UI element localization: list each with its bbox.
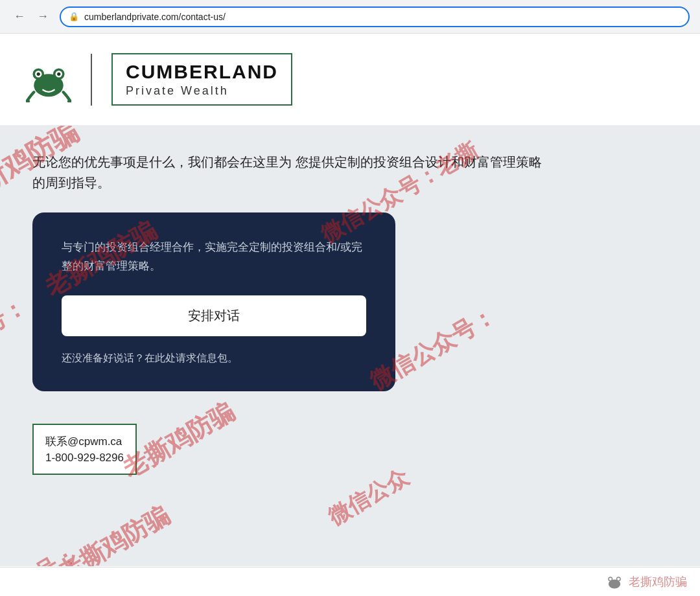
main-section: 斯鸡防骗 老撕鸡防骗 微信公众号：老撕 微信公众号： 老撕鸡防骗 号： 微信公众…	[0, 126, 700, 566]
service-card: 与专门的投资组合经理合作，实施完全定制的投资组合和/或完整的财富管理策略。 安排…	[32, 212, 395, 391]
svg-point-6	[37, 72, 40, 75]
logo-text-block: CUMBERLAND Private Wealth	[111, 53, 292, 106]
watermark-8: 老撕鸡防骗	[52, 499, 175, 566]
arrange-dialog-button[interactable]: 安排对话	[62, 295, 366, 336]
back-button[interactable]: ←	[10, 8, 29, 26]
forward-icon: →	[37, 10, 49, 23]
address-bar[interactable]: 🔒 cumberlandprivate.com/contact-us/	[60, 6, 690, 27]
not-ready-text: 还没准备好说话？在此处请求信息包。	[62, 352, 366, 365]
nav-buttons: ← →	[10, 8, 52, 26]
lock-icon: 🔒	[69, 12, 79, 21]
svg-point-14	[617, 578, 620, 580]
svg-point-7	[57, 72, 60, 75]
url-path: /contact-us/	[179, 12, 226, 22]
bottom-frog-icon	[605, 573, 624, 591]
url-text: cumberlandprivate.com/contact-us/	[84, 12, 226, 22]
watermark-9: 公众号：	[0, 540, 83, 566]
intro-text: 无论您的优先事项是什么，我们都会在这里为 您提供定制的投资组合设计和财富管理策略…	[32, 152, 551, 193]
forward-button[interactable]: →	[34, 8, 52, 26]
bottom-bar: 老撕鸡防骗	[0, 567, 700, 596]
back-icon: ←	[14, 10, 25, 23]
brand-name: CUMBERLAND	[126, 61, 278, 83]
logo-divider	[91, 54, 92, 106]
page-content: CUMBERLAND Private Wealth 斯鸡防骗 老撕鸡防骗 微信公…	[0, 34, 700, 566]
frog-logo	[26, 57, 71, 102]
watermark-6: 号：	[0, 291, 32, 341]
contact-phone: 1-800-929-8296	[45, 452, 124, 464]
watermark-7: 微信公众	[323, 462, 414, 532]
contact-box: 联系@cpwm.ca 1-800-929-8296	[32, 424, 137, 475]
contact-email: 联系@cpwm.ca	[45, 434, 124, 449]
bottom-watermark-text: 老撕鸡防骗	[629, 574, 687, 590]
url-domain: cumberlandprivate.com	[84, 12, 179, 22]
brand-subtitle: Private Wealth	[126, 84, 278, 98]
site-header: CUMBERLAND Private Wealth	[0, 34, 700, 126]
bottom-watermark: 老撕鸡防骗	[605, 573, 687, 591]
card-description: 与专门的投资组合经理合作，实施完全定制的投资组合和/或完整的财富管理策略。	[62, 238, 366, 276]
browser-chrome: ← → 🔒 cumberlandprivate.com/contact-us/	[0, 0, 700, 34]
svg-point-13	[609, 578, 612, 580]
